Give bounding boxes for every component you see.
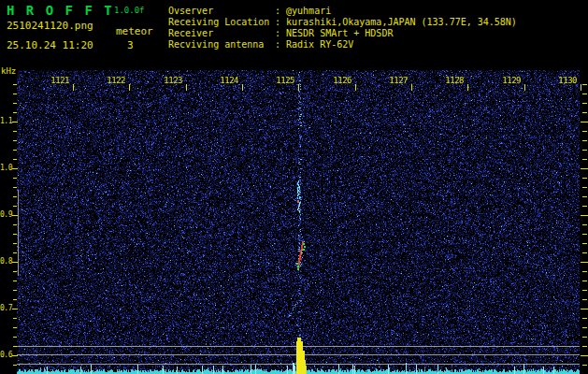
info-separator: : <box>275 28 280 38</box>
observer-info-block: Ovserver:@yuhmari Receiving Location:kur… <box>168 6 517 50</box>
freq-tick-label: 1.1 <box>0 117 12 125</box>
info-value: NESDR SMArt + HDSDR <box>286 28 393 38</box>
time-tick <box>581 84 581 91</box>
freq-minor-tick-left <box>13 84 17 85</box>
time-tick-label: 1121 <box>46 76 69 85</box>
freq-tick-label: 0.7 <box>0 304 12 312</box>
freq-tick-label: 1.0 <box>0 164 12 172</box>
time-tick-label: 1128 <box>440 76 464 85</box>
time-tick-label: 1125 <box>271 76 294 85</box>
freq-minor-tick-right <box>582 280 587 281</box>
time-tick <box>73 84 74 91</box>
output-filename: 2510241120.png <box>7 20 93 32</box>
info-row-receiver: Receiver:NESDR SMArt + HDSDR <box>168 28 517 39</box>
freq-axis-unit: kHz <box>1 66 16 76</box>
freq-minor-tick-left <box>13 290 17 291</box>
freq-minor-tick-left <box>13 224 17 225</box>
freq-minor-tick-left <box>13 365 17 366</box>
info-label: Receiving Location <box>168 17 275 28</box>
time-tick-label: 1123 <box>159 76 182 85</box>
time-tick <box>186 84 187 91</box>
time-tick-label: 1122 <box>102 76 125 85</box>
freq-minor-tick-right <box>582 206 587 207</box>
info-separator: : <box>275 17 280 27</box>
time-tick-label: 1126 <box>328 76 351 85</box>
info-value: @yuhmari <box>286 6 331 16</box>
freq-minor-tick-right <box>582 94 587 94</box>
freq-minor-tick-right <box>582 234 587 235</box>
freq-minor-tick-right <box>582 346 587 347</box>
freq-minor-tick-right <box>582 224 587 225</box>
freq-tick-label: 0.8 <box>0 257 12 266</box>
freq-minor-tick-right <box>582 327 587 328</box>
freq-minor-tick-left <box>13 280 17 281</box>
info-row-location: Receiving Location:kurashiki,Okayama,JAP… <box>168 17 517 28</box>
freq-minor-tick-left <box>13 299 17 300</box>
freq-minor-tick-left <box>13 318 17 319</box>
info-row-antenna: Recviving antenna:Radix RY-62V <box>168 39 517 50</box>
freq-minor-tick-right <box>582 299 587 300</box>
freq-major-tick-left <box>12 309 18 309</box>
freq-minor-tick-right <box>582 84 587 85</box>
hrofft-window: H R O F F T 1.0.0f 2510241120.png meteor… <box>0 0 588 374</box>
freq-minor-tick-left <box>13 346 17 347</box>
freq-minor-tick-right <box>582 150 587 151</box>
info-value: Radix RY-62V <box>286 39 353 50</box>
app-version: 1.0.0f <box>114 6 145 15</box>
freq-minor-tick-right <box>582 243 587 244</box>
app-title: H R O F F T <box>7 3 114 18</box>
info-row-observer: Ovserver:@yuhmari <box>168 6 517 17</box>
freq-minor-tick-right <box>582 159 587 160</box>
time-tick-label: 1130 <box>553 76 577 85</box>
freq-minor-tick-left <box>13 103 17 104</box>
freq-minor-tick-right <box>582 365 587 366</box>
freq-minor-tick-right <box>582 131 587 132</box>
time-tick <box>129 84 130 91</box>
freq-major-tick-right <box>581 168 588 169</box>
freq-minor-tick-left <box>13 94 17 94</box>
freq-minor-tick-left <box>13 187 17 188</box>
info-separator: : <box>275 6 280 16</box>
freq-minor-tick-left <box>13 150 17 151</box>
time-tick <box>242 84 243 91</box>
time-tick <box>355 84 356 91</box>
freq-minor-tick-right <box>582 196 587 197</box>
freq-major-tick-left <box>12 122 18 122</box>
freq-tick-label: 0.9 <box>0 210 12 219</box>
freq-minor-tick-left <box>13 243 17 244</box>
time-tick-label: 1127 <box>384 76 408 85</box>
freq-minor-tick-left <box>13 196 17 197</box>
freq-minor-tick-left <box>13 159 17 160</box>
freq-minor-tick-left <box>13 271 17 272</box>
info-label: Recviving antenna <box>168 39 275 50</box>
freq-minor-tick-left <box>13 252 17 253</box>
freq-minor-tick-left <box>13 337 17 338</box>
time-tick-label: 1129 <box>497 76 521 85</box>
freq-major-tick-right <box>581 355 588 356</box>
freq-minor-tick-left <box>13 178 17 179</box>
freq-minor-tick-right <box>582 103 587 104</box>
freq-major-tick-left <box>12 262 18 263</box>
freq-minor-tick-right <box>582 252 587 253</box>
time-tick <box>411 84 412 91</box>
info-value: kurashiki,Okayama,JAPAN (133.77E, 34.58N… <box>286 17 517 27</box>
freq-minor-tick-left <box>13 112 17 113</box>
freq-minor-tick-right <box>582 290 587 291</box>
freq-major-tick-right <box>581 309 588 309</box>
freq-major-tick-left <box>12 355 18 356</box>
info-label: Ovserver <box>168 6 275 17</box>
time-tick <box>467 84 468 91</box>
datetime-label: 25.10.24 11:20 <box>7 39 93 51</box>
freq-minor-tick-left <box>13 140 17 141</box>
freq-minor-tick-right <box>582 140 587 141</box>
freq-major-tick-right <box>581 122 588 122</box>
freq-minor-tick-right <box>582 112 587 113</box>
freq-major-tick-left <box>12 215 18 216</box>
freq-major-tick-right <box>581 215 588 216</box>
freq-minor-tick-left <box>13 234 17 235</box>
time-tick <box>298 84 299 91</box>
meteor-count: 3 <box>127 39 134 51</box>
freq-minor-tick-left <box>13 206 17 207</box>
mode-label: meteor <box>116 25 153 37</box>
freq-major-tick-right <box>581 262 588 263</box>
